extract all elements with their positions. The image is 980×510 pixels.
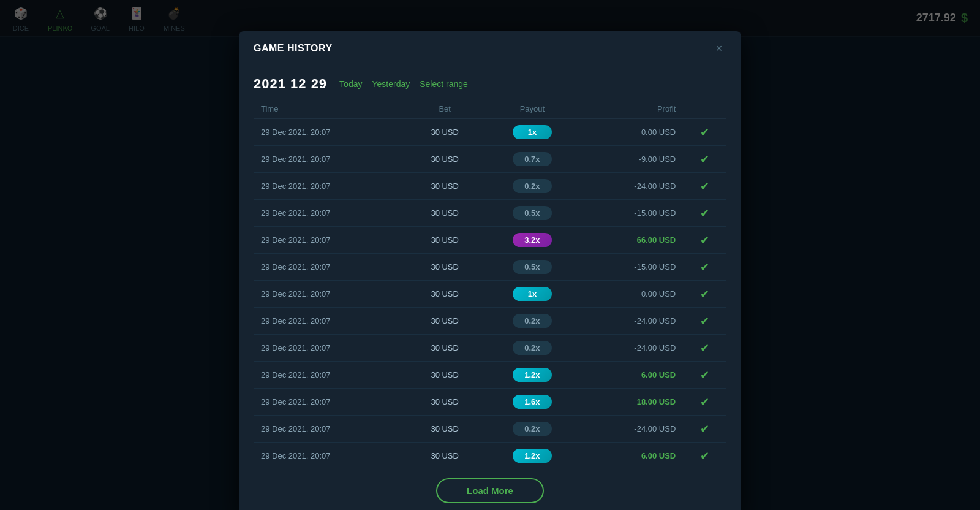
cell-time: 29 Dec 2021, 20:07 bbox=[254, 335, 406, 362]
profit-value: 66.00 USD bbox=[637, 235, 676, 245]
cell-bet: 30 USD bbox=[406, 200, 483, 227]
cell-time: 29 Dec 2021, 20:07 bbox=[254, 362, 406, 389]
table-row: 29 Dec 2021, 20:0730 USD0.2x-24.00 USD✔︎ bbox=[254, 308, 726, 335]
profit-value: 6.00 USD bbox=[641, 370, 676, 379]
verify-icon: ✔︎ bbox=[690, 395, 719, 409]
filter-yesterday-button[interactable]: Yesterday bbox=[372, 78, 410, 90]
cell-profit: 0.00 USD bbox=[581, 281, 684, 308]
payout-badge: 0.5x bbox=[513, 260, 552, 274]
load-more-section: Load More bbox=[239, 468, 741, 510]
table-header: Time Bet Payout Profit bbox=[254, 99, 726, 119]
cell-payout: 0.7x bbox=[483, 146, 581, 173]
load-more-button[interactable]: Load More bbox=[436, 478, 544, 503]
cell-profit: -24.00 USD bbox=[581, 335, 684, 362]
verify-icon: ✔︎ bbox=[690, 368, 719, 382]
profit-value: 6.00 USD bbox=[641, 451, 676, 460]
verify-icon: ✔︎ bbox=[690, 180, 719, 193]
cell-profit: 6.00 USD bbox=[581, 362, 684, 389]
cell-verify[interactable]: ✔︎ bbox=[683, 443, 726, 469]
cell-verify[interactable]: ✔︎ bbox=[683, 389, 726, 416]
cell-verify[interactable]: ✔︎ bbox=[683, 200, 726, 227]
cell-verify[interactable]: ✔︎ bbox=[683, 254, 726, 281]
col-payout: Payout bbox=[483, 99, 581, 119]
cell-bet: 30 USD bbox=[406, 362, 483, 389]
table-row: 29 Dec 2021, 20:0730 USD1.6x18.00 USD✔︎ bbox=[254, 389, 726, 416]
verify-icon: ✔︎ bbox=[690, 207, 719, 220]
verify-icon: ✔︎ bbox=[690, 126, 719, 139]
close-button[interactable]: × bbox=[712, 41, 726, 56]
payout-badge: 1x bbox=[513, 125, 552, 139]
table-row: 29 Dec 2021, 20:0730 USD0.7x-9.00 USD✔︎ bbox=[254, 146, 726, 173]
col-profit: Profit bbox=[581, 99, 684, 119]
profit-value: -9.00 USD bbox=[639, 154, 676, 164]
table-row: 29 Dec 2021, 20:0730 USD0.5x-15.00 USD✔︎ bbox=[254, 254, 726, 281]
cell-bet: 30 USD bbox=[406, 416, 483, 443]
cell-profit: -24.00 USD bbox=[581, 308, 684, 335]
payout-badge: 1.2x bbox=[513, 368, 552, 382]
cell-profit: 0.00 USD bbox=[581, 119, 684, 146]
verify-icon: ✔︎ bbox=[690, 153, 719, 166]
cell-bet: 30 USD bbox=[406, 443, 483, 469]
cell-time: 29 Dec 2021, 20:07 bbox=[254, 173, 406, 200]
cell-bet: 30 USD bbox=[406, 227, 483, 254]
profit-value: -24.00 USD bbox=[634, 343, 676, 352]
profit-value: 0.00 USD bbox=[641, 289, 676, 299]
cell-verify[interactable]: ✔︎ bbox=[683, 416, 726, 443]
profit-value: -24.00 USD bbox=[634, 424, 676, 433]
table-row: 29 Dec 2021, 20:0730 USD0.2x-24.00 USD✔︎ bbox=[254, 173, 726, 200]
modal-backdrop: GAME HISTORY × 2021 12 29 Today Yesterda… bbox=[0, 0, 980, 510]
cell-payout: 0.2x bbox=[483, 308, 581, 335]
payout-badge: 1.6x bbox=[513, 395, 552, 409]
col-verify bbox=[683, 99, 726, 119]
cell-payout: 0.2x bbox=[483, 416, 581, 443]
payout-badge: 3.2x bbox=[513, 233, 552, 247]
cell-verify[interactable]: ✔︎ bbox=[683, 335, 726, 362]
profit-value: -24.00 USD bbox=[634, 181, 676, 191]
cell-payout: 0.5x bbox=[483, 254, 581, 281]
table-row: 29 Dec 2021, 20:0730 USD1x0.00 USD✔︎ bbox=[254, 119, 726, 146]
col-bet: Bet bbox=[406, 99, 483, 119]
date-display: 2021 12 29 bbox=[254, 76, 327, 92]
filter-today-button[interactable]: Today bbox=[339, 78, 362, 90]
cell-verify[interactable]: ✔︎ bbox=[683, 173, 726, 200]
payout-badge: 0.2x bbox=[513, 314, 552, 328]
cell-verify[interactable]: ✔︎ bbox=[683, 308, 726, 335]
cell-verify[interactable]: ✔︎ bbox=[683, 119, 726, 146]
table-body: 29 Dec 2021, 20:0730 USD1x0.00 USD✔︎29 D… bbox=[254, 119, 726, 469]
cell-time: 29 Dec 2021, 20:07 bbox=[254, 146, 406, 173]
cell-time: 29 Dec 2021, 20:07 bbox=[254, 227, 406, 254]
profit-value: -24.00 USD bbox=[634, 316, 676, 325]
cell-bet: 30 USD bbox=[406, 173, 483, 200]
cell-time: 29 Dec 2021, 20:07 bbox=[254, 416, 406, 443]
cell-profit: 6.00 USD bbox=[581, 443, 684, 469]
cell-profit: -24.00 USD bbox=[581, 416, 684, 443]
verify-icon: ✔︎ bbox=[690, 261, 719, 274]
table-row: 29 Dec 2021, 20:0730 USD1.2x6.00 USD✔︎ bbox=[254, 362, 726, 389]
payout-badge: 1.2x bbox=[513, 449, 552, 463]
cell-profit: -9.00 USD bbox=[581, 146, 684, 173]
date-section: 2021 12 29 Today Yesterday Select range bbox=[239, 66, 741, 99]
cell-time: 29 Dec 2021, 20:07 bbox=[254, 281, 406, 308]
cell-time: 29 Dec 2021, 20:07 bbox=[254, 119, 406, 146]
cell-payout: 1.2x bbox=[483, 362, 581, 389]
modal-header: GAME HISTORY × bbox=[239, 31, 741, 66]
cell-bet: 30 USD bbox=[406, 281, 483, 308]
cell-payout: 3.2x bbox=[483, 227, 581, 254]
cell-verify[interactable]: ✔︎ bbox=[683, 362, 726, 389]
verify-icon: ✔︎ bbox=[690, 234, 719, 247]
cell-profit: 66.00 USD bbox=[581, 227, 684, 254]
cell-bet: 30 USD bbox=[406, 389, 483, 416]
profit-value: 0.00 USD bbox=[641, 128, 676, 137]
cell-verify[interactable]: ✔︎ bbox=[683, 281, 726, 308]
verify-icon: ✔︎ bbox=[690, 287, 719, 301]
cell-verify[interactable]: ✔︎ bbox=[683, 146, 726, 173]
payout-badge: 0.5x bbox=[513, 206, 552, 220]
cell-verify[interactable]: ✔︎ bbox=[683, 227, 726, 254]
cell-bet: 30 USD bbox=[406, 254, 483, 281]
cell-bet: 30 USD bbox=[406, 119, 483, 146]
verify-icon: ✔︎ bbox=[690, 449, 719, 463]
table-row: 29 Dec 2021, 20:0730 USD3.2x66.00 USD✔︎ bbox=[254, 227, 726, 254]
payout-badge: 1x bbox=[513, 287, 552, 301]
cell-bet: 30 USD bbox=[406, 308, 483, 335]
filter-select-range-button[interactable]: Select range bbox=[420, 78, 468, 90]
